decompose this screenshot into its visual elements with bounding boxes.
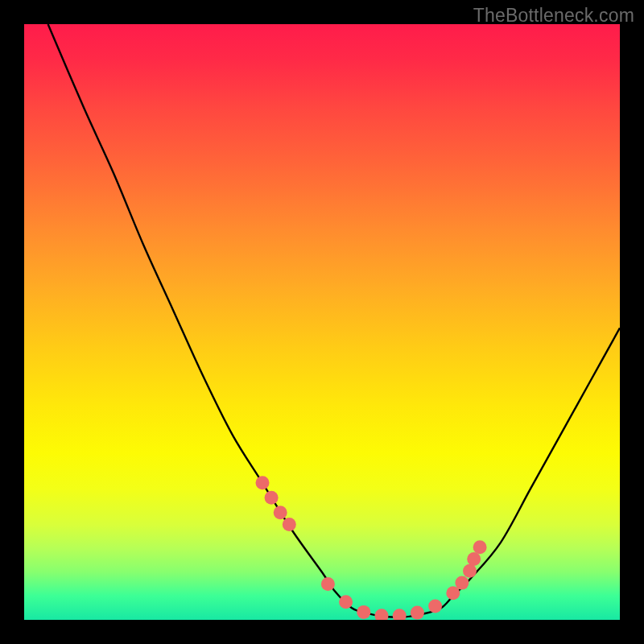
highlight-dot	[463, 564, 477, 578]
highlight-dot	[411, 606, 424, 620]
highlight-dot	[455, 576, 469, 590]
highlight-dot	[274, 506, 287, 519]
highlight-dots	[256, 476, 487, 620]
highlight-dot	[256, 476, 270, 489]
highlight-dot	[357, 605, 370, 619]
plot-area	[24, 24, 620, 620]
highlight-dot	[265, 491, 279, 505]
watermark-text: TheBottleneck.com	[473, 5, 634, 27]
highlight-dot	[467, 552, 481, 566]
highlight-dot	[428, 599, 442, 613]
highlight-dot	[473, 540, 487, 554]
highlight-dot	[375, 609, 389, 620]
chart-svg	[24, 24, 620, 620]
bottleneck-curve	[48, 24, 620, 617]
highlight-dot	[321, 577, 335, 591]
highlight-dot	[393, 609, 407, 620]
highlight-dot	[283, 518, 296, 531]
highlight-dot	[339, 595, 353, 609]
